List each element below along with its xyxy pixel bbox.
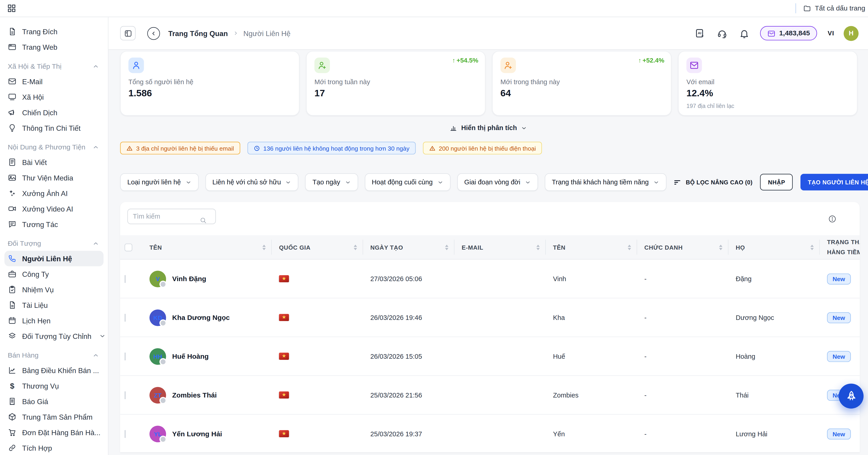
app-grid-icon[interactable] xyxy=(7,4,16,13)
contact-name[interactable]: Yến Lương Hải xyxy=(172,430,222,438)
sidebar-item-thuong-vu[interactable]: $Thương Vụ xyxy=(0,378,108,394)
row-checkbox[interactable] xyxy=(125,391,126,399)
column-header-quoc-gia[interactable]: QUỐC GIA xyxy=(271,235,363,259)
sidebar-item-tich-hop[interactable]: Tích Hợp xyxy=(0,440,108,455)
table-row[interactable]: VVinh Đặng★27/03/2026 05:06Vinh-ĐặngNew xyxy=(120,260,860,299)
chevron-down-icon xyxy=(99,333,106,339)
sidebar-section-doi-tuong[interactable]: Đối Tượng xyxy=(0,232,108,250)
column-header-ten[interactable]: TÊN xyxy=(142,235,271,259)
language-switcher[interactable]: VI xyxy=(828,30,834,36)
cell-last-name: Đặng xyxy=(728,275,819,283)
table-row[interactable]: HHHuế Hoàng★26/03/2026 15:05Huế-HoàngNew xyxy=(120,337,860,376)
sidebar-item-bai-viet[interactable]: Bài Viết xyxy=(0,154,108,170)
sidebar-toggle-button[interactable] xyxy=(120,26,135,40)
sidebar-item-tuong-tac[interactable]: Tương Tác xyxy=(0,217,108,232)
show-analytics-toggle[interactable]: Hiển thị phân tích xyxy=(450,124,527,132)
chevron-down-icon xyxy=(345,179,351,185)
filter-dropdown-tao-ngay[interactable]: Tạo ngày xyxy=(305,173,358,191)
row-checkbox[interactable] xyxy=(125,430,126,438)
column-header-ngay-tao[interactable]: NGÀY TẠO xyxy=(363,235,454,259)
breadcrumb: Trang Tổng Quan Người Liên Hệ xyxy=(168,29,291,37)
all-bookmarks-label: Tất cả dấu trang xyxy=(815,4,865,12)
sidebar-item-thu-vien-media[interactable]: Thư Viện Media xyxy=(0,170,108,185)
sidebar-item-label: Bài Viết xyxy=(22,158,47,166)
column-header-ho[interactable]: HỌ xyxy=(728,235,819,259)
row-checkbox[interactable] xyxy=(125,275,126,283)
sidebar-item-thong-tin-chi-tiet[interactable]: Thông Tin Chi Tiết xyxy=(0,120,108,135)
sidebar-item-bao-gia[interactable]: Báo Giá xyxy=(0,394,108,409)
sidebar-item-nhiem-vu[interactable]: Nhiệm Vụ xyxy=(0,282,108,297)
filter-dropdown-hoat-dong-cuoi-cung[interactable]: Hoạt động cuối cùng xyxy=(365,173,451,191)
sidebar-section-xa-hoi-tiep-thi[interactable]: Xã Hội & Tiếp Thị xyxy=(0,55,108,73)
stats-cards: Tổng số người liên hệ1.586↑+54.5%Mới tro… xyxy=(120,51,857,112)
receipt-icon xyxy=(8,397,17,406)
filter-icon xyxy=(673,178,681,186)
sidebar-item-xuong-anh-ai[interactable]: Xưởng Ảnh AI xyxy=(0,185,108,201)
sidebar-item-nguoi-lien-he[interactable]: Người Liên Hệ xyxy=(4,251,103,266)
sort-caret-icon xyxy=(445,244,448,250)
contact-name[interactable]: Kha Dương Ngọc xyxy=(172,313,229,321)
sidebar-item-bang-dieu-khien-ban[interactable]: Bảng Điều Khiển Bán ... xyxy=(0,363,108,378)
ai-assistant-icon[interactable]: AI xyxy=(694,28,705,38)
filter-dropdown-lien-he-voi-chu-so-huu[interactable]: Liên hệ với chủ sở hữu xyxy=(205,173,299,191)
sidebar-item-e-mail[interactable]: E-Mail xyxy=(0,74,108,89)
alert-chip[interactable]: 136 người liên hệ không hoạt động trong … xyxy=(247,142,416,154)
alert-text: 136 người liên hệ không hoạt động trong … xyxy=(263,145,409,151)
create-contact-button[interactable]: TẠO NGƯỜI LIÊN HỆ xyxy=(801,174,868,190)
sidebar-section-label: Xã Hội & Tiếp Thị xyxy=(8,63,92,70)
column-header-ten-2[interactable]: TÊN xyxy=(545,235,637,259)
vietnam-flag-icon: ★ xyxy=(279,275,289,282)
user-avatar[interactable]: H xyxy=(844,26,859,41)
sidebar-item-trang-web[interactable]: Trang Web xyxy=(0,39,108,55)
alert-chip[interactable]: 3 địa chỉ người liên hệ bị thiếu email xyxy=(120,142,240,154)
contact-name[interactable]: Vinh Đặng xyxy=(172,275,206,283)
sidebar-item-trang-dich[interactable]: Trang Đích xyxy=(0,24,108,39)
sidebar-item-xa-hoi[interactable]: Xã Hội xyxy=(0,89,108,105)
contact-name[interactable]: Zombies Thái xyxy=(172,391,217,399)
filter-dropdown-trang-thai-khach-hang-tiem-nang[interactable]: Trạng thái khách hàng tiềm năng xyxy=(545,173,666,191)
row-checkbox[interactable] xyxy=(125,352,126,360)
launcher-fab[interactable] xyxy=(839,384,863,408)
support-headset-icon[interactable] xyxy=(716,28,727,38)
credits-pill[interactable]: 1,483,845 xyxy=(760,26,817,40)
notifications-bell-icon[interactable] xyxy=(739,28,749,38)
sidebar-item-don-dat-hang-ban-ha[interactable]: Đơn Đặt Hàng Bán Hà... xyxy=(0,425,108,440)
sidebar-item-lich-hen[interactable]: Lịch Hẹn xyxy=(0,313,108,328)
table-row[interactable]: ZTZombies Thái★25/03/2026 21:56Zombies-T… xyxy=(120,376,860,415)
sidebar-item-doi-tuong-tuy-chinh[interactable]: Đối Tượng Tùy Chỉnh xyxy=(0,328,108,344)
sidebar-item-tai-lieu[interactable]: Tài Liệu xyxy=(0,297,108,313)
row-checkbox[interactable] xyxy=(125,313,126,321)
sidebar-item-label: Xưởng Video AI xyxy=(22,205,73,213)
filter-dropdown-loai-nguoi-lien-he[interactable]: Loại người liên hệ xyxy=(120,173,198,191)
breadcrumb-parent[interactable]: Trang Tổng Quan xyxy=(168,29,228,37)
row-checkbox-cell xyxy=(120,313,142,321)
contact-name[interactable]: Huế Hoàng xyxy=(172,352,209,360)
image-icon xyxy=(8,173,17,182)
all-bookmarks-button[interactable]: Tất cả dấu trang xyxy=(803,4,865,12)
sidebar-item-xuong-video-ai[interactable]: Xưởng Video AI xyxy=(0,201,108,217)
mail-icon xyxy=(8,77,17,86)
sidebar-item-cong-ty[interactable]: Công Ty xyxy=(0,266,108,282)
table-row[interactable]: KDKha Dương Ngọc★26/03/2026 19:46Kha-Dươ… xyxy=(120,299,860,337)
sidebar-section-ban-hang[interactable]: Bán Hàng xyxy=(0,344,108,363)
column-header-e-mail[interactable]: E-MAIL xyxy=(454,235,545,259)
advanced-filter-button[interactable]: BỘ LỌC NÂNG CAO (0) xyxy=(673,178,752,186)
column-header-trang-thai-khach-hang-tiem-nang[interactable]: TRẠNG THÁI KHÁCH HÀNG TIỀM NĂNG xyxy=(819,235,860,259)
sidebar-item-label: Trung Tâm Sản Phẩm xyxy=(22,413,93,421)
personplus-icon xyxy=(500,58,516,73)
sidebar-item-chien-dich[interactable]: Chiến Dịch xyxy=(0,105,108,120)
cell-name: KDKha Dương Ngọc xyxy=(142,309,271,326)
sidebar-section-noi-dung-phuong-tien[interactable]: Nội Dung & Phương Tiện xyxy=(0,135,108,154)
cell-last-name: Thái xyxy=(728,391,819,399)
back-button[interactable] xyxy=(147,27,160,40)
sidebar-item-trung-tam-san-pham[interactable]: Trung Tâm Sản Phẩm xyxy=(0,409,108,425)
alert-chip[interactable]: 200 người liên hệ bị thiếu điện thoại xyxy=(423,142,542,154)
import-button[interactable]: NHẬP xyxy=(760,174,793,190)
table-options-icon[interactable] xyxy=(828,215,836,223)
column-header-chuc-danh[interactable]: CHỨC DANH xyxy=(637,235,728,259)
chevron-down-icon xyxy=(285,179,291,185)
table-row[interactable]: YLYến Lương Hải★25/03/2026 19:37Yến-Lươn… xyxy=(120,415,860,452)
select-all-checkbox[interactable] xyxy=(125,243,132,251)
status-dot xyxy=(159,358,167,365)
filter-dropdown-giai-doan-vong-doi[interactable]: Giai đoạn vòng đời xyxy=(457,173,538,191)
